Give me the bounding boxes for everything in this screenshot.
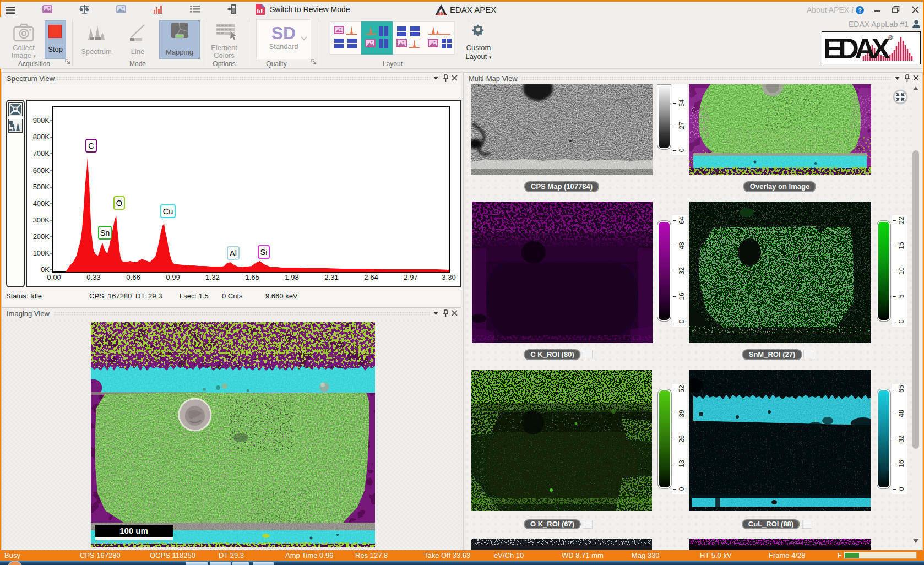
svg-text:2.97: 2.97 xyxy=(404,273,417,281)
svg-text:0.99: 0.99 xyxy=(166,273,180,281)
svg-text:®: ® xyxy=(888,34,893,41)
svg-text:0K: 0K xyxy=(41,265,50,274)
svg-text:Sn: Sn xyxy=(100,229,110,237)
svg-text:100 um: 100 um xyxy=(119,526,148,535)
svg-text:Si: Si xyxy=(260,248,268,257)
svg-text:100K: 100K xyxy=(33,249,50,257)
svg-text:1.32: 1.32 xyxy=(205,273,219,281)
svg-text:1.98: 1.98 xyxy=(285,273,298,281)
svg-text:1.65: 1.65 xyxy=(245,273,259,281)
svg-text:0.66: 0.66 xyxy=(126,273,140,281)
svg-text:800K: 800K xyxy=(33,133,50,141)
svg-text:O: O xyxy=(116,199,122,208)
svg-text:?: ? xyxy=(858,7,862,14)
svg-text:0.33: 0.33 xyxy=(86,273,100,281)
svg-text:C: C xyxy=(88,142,94,150)
svg-text:400K: 400K xyxy=(33,199,50,208)
svg-text:300K: 300K xyxy=(33,216,50,224)
svg-text:2.64: 2.64 xyxy=(364,273,378,281)
svg-text:Cu: Cu xyxy=(163,207,173,216)
svg-text:900K: 900K xyxy=(33,116,50,124)
svg-text:EDAX: EDAX xyxy=(823,32,890,64)
svg-text:500K: 500K xyxy=(33,183,50,191)
svg-text:Al: Al xyxy=(230,249,237,258)
svg-text:600K: 600K xyxy=(33,166,50,175)
svg-text:2.31: 2.31 xyxy=(324,273,338,281)
svg-text:0.00: 0.00 xyxy=(47,273,61,281)
svg-text:700K: 700K xyxy=(33,149,50,157)
svg-text:200K: 200K xyxy=(33,232,50,241)
svg-text:3.30: 3.30 xyxy=(442,273,455,281)
